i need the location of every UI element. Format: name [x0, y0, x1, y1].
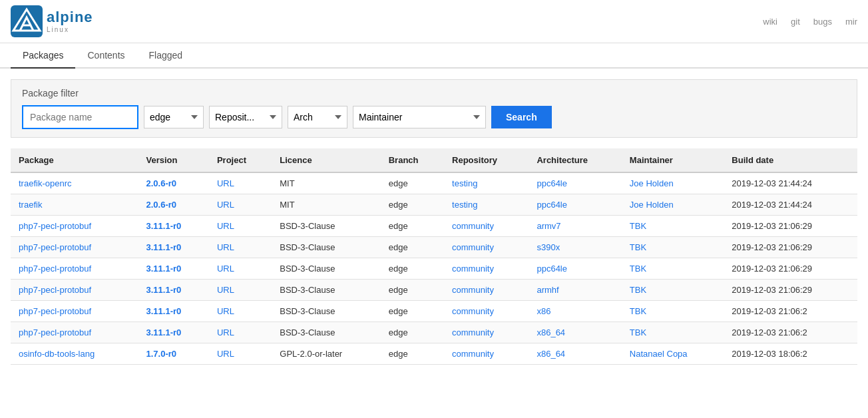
- cell-repository[interactable]: community: [444, 258, 529, 280]
- cell-version: 3.11.1-r0: [138, 258, 209, 280]
- table-row: php7-pecl-protobuf3.11.1-r0URLBSD-3-Clau…: [11, 258, 857, 280]
- search-button[interactable]: Search: [491, 106, 552, 128]
- cell-architecture[interactable]: x86_64: [529, 322, 621, 343]
- cell-project[interactable]: URL: [209, 172, 272, 194]
- branch-select[interactable]: edge v3.15 v3.14 v3.13: [144, 106, 204, 128]
- cell-project[interactable]: URL: [209, 301, 272, 322]
- cell-branch: edge: [381, 258, 444, 280]
- cell-maintainer[interactable]: Joe Holden: [622, 194, 724, 216]
- header: alpine Linux wiki git bugs mir: [0, 0, 868, 43]
- cell-project[interactable]: URL: [209, 322, 272, 343]
- repository-select[interactable]: Reposit... main community testing: [209, 106, 282, 128]
- cell-package[interactable]: php7-pecl-protobuf: [11, 216, 138, 237]
- cell-package[interactable]: traefik: [11, 194, 138, 216]
- nav-git-link[interactable]: git: [791, 17, 800, 27]
- cell-package[interactable]: php7-pecl-protobuf: [11, 322, 138, 343]
- cell-version: 2.0.6-r0: [138, 194, 209, 216]
- cell-project[interactable]: URL: [209, 216, 272, 237]
- top-nav: Packages Contents Flagged: [0, 43, 868, 69]
- cell-maintainer[interactable]: Joe Holden: [622, 172, 724, 194]
- cell-version: 2.0.6-r0: [138, 172, 209, 194]
- cell-licence: MIT: [272, 194, 380, 216]
- cell-build_date: 2019-12-03 21:44:24: [724, 172, 857, 194]
- cell-repository[interactable]: community: [444, 301, 529, 322]
- cell-repository[interactable]: testing: [444, 194, 529, 216]
- cell-repository[interactable]: community: [444, 216, 529, 237]
- cell-package[interactable]: php7-pecl-protobuf: [11, 280, 138, 301]
- col-architecture: Architecture: [529, 148, 621, 172]
- cell-architecture[interactable]: armhf: [529, 280, 621, 301]
- cell-project[interactable]: URL: [209, 343, 272, 365]
- cell-package[interactable]: php7-pecl-protobuf: [11, 301, 138, 322]
- cell-project[interactable]: URL: [209, 280, 272, 301]
- cell-maintainer[interactable]: TBK: [622, 322, 724, 343]
- table-row: php7-pecl-protobuf3.11.1-r0URLBSD-3-Clau…: [11, 280, 857, 301]
- cell-architecture[interactable]: x86: [529, 301, 621, 322]
- cell-package[interactable]: php7-pecl-protobuf: [11, 237, 138, 258]
- cell-architecture[interactable]: s390x: [529, 237, 621, 258]
- filter-row: edge v3.15 v3.14 v3.13 Reposit... main c…: [22, 105, 846, 129]
- filter-section: Package filter edge v3.15 v3.14 v3.13 Re…: [11, 79, 857, 138]
- cell-maintainer[interactable]: TBK: [622, 280, 724, 301]
- cell-version: 3.11.1-r0: [138, 301, 209, 322]
- cell-build_date: 2019-12-03 18:06:2: [724, 343, 857, 365]
- logo-area: alpine Linux: [11, 5, 93, 37]
- cell-architecture[interactable]: ppc64le: [529, 258, 621, 280]
- table-row: php7-pecl-protobuf3.11.1-r0URLBSD-3-Clau…: [11, 216, 857, 237]
- cell-package[interactable]: traefik-openrc: [11, 172, 138, 194]
- cell-version: 3.11.1-r0: [138, 322, 209, 343]
- cell-repository[interactable]: community: [444, 280, 529, 301]
- cell-version: 3.11.1-r0: [138, 237, 209, 258]
- cell-maintainer[interactable]: TBK: [622, 301, 724, 322]
- cell-build_date: 2019-12-03 21:06:2: [724, 322, 857, 343]
- nav-contents[interactable]: Contents: [75, 43, 136, 69]
- cell-repository[interactable]: community: [444, 322, 529, 343]
- nav-wiki-link[interactable]: wiki: [763, 17, 777, 27]
- cell-build_date: 2019-12-03 21:06:29: [724, 237, 857, 258]
- col-package: Package: [11, 148, 138, 172]
- col-maintainer: Maintainer: [622, 148, 724, 172]
- cell-package[interactable]: php7-pecl-protobuf: [11, 258, 138, 280]
- cell-build_date: 2019-12-03 21:06:2: [724, 301, 857, 322]
- cell-maintainer[interactable]: TBK: [622, 258, 724, 280]
- cell-version: 1.7.0-r0: [138, 343, 209, 365]
- cell-licence: BSD-3-Clause: [272, 280, 380, 301]
- table-row: php7-pecl-protobuf3.11.1-r0URLBSD-3-Clau…: [11, 237, 857, 258]
- cell-architecture[interactable]: armv7: [529, 216, 621, 237]
- col-repository: Repository: [444, 148, 529, 172]
- cell-licence: MIT: [272, 172, 380, 194]
- package-name-input[interactable]: [22, 105, 138, 129]
- cell-repository[interactable]: community: [444, 343, 529, 365]
- nav-bugs-link[interactable]: bugs: [813, 17, 832, 27]
- cell-repository[interactable]: community: [444, 237, 529, 258]
- logo-text: alpine Linux: [47, 9, 93, 33]
- cell-project[interactable]: URL: [209, 258, 272, 280]
- nav-packages[interactable]: Packages: [11, 43, 75, 69]
- cell-maintainer[interactable]: TBK: [622, 237, 724, 258]
- cell-architecture[interactable]: x86_64: [529, 343, 621, 365]
- cell-maintainer[interactable]: Natanael Copa: [622, 343, 724, 365]
- cell-branch: edge: [381, 343, 444, 365]
- arch-select[interactable]: Arch x86 x86_64 armhf armv7 aarch64 ppc6…: [288, 106, 347, 128]
- nav-flagged[interactable]: Flagged: [137, 43, 195, 69]
- table-row: php7-pecl-protobuf3.11.1-r0URLBSD-3-Clau…: [11, 301, 857, 322]
- maintainer-select[interactable]: Maintainer: [353, 106, 486, 128]
- cell-licence: BSD-3-Clause: [272, 301, 380, 322]
- col-build-date: Build date: [724, 148, 857, 172]
- cell-package[interactable]: osinfo-db-tools-lang: [11, 343, 138, 365]
- cell-branch: edge: [381, 172, 444, 194]
- packages-table-container: Package Version Project Licence Branch R…: [11, 148, 857, 365]
- table-row: traefik-openrc2.0.6-r0URLMITedgetestingp…: [11, 172, 857, 194]
- cell-build_date: 2019-12-03 21:06:29: [724, 280, 857, 301]
- cell-architecture[interactable]: ppc64le: [529, 194, 621, 216]
- col-licence: Licence: [272, 148, 380, 172]
- cell-build_date: 2019-12-03 21:06:29: [724, 258, 857, 280]
- cell-build_date: 2019-12-03 21:44:24: [724, 194, 857, 216]
- cell-architecture[interactable]: ppc64le: [529, 172, 621, 194]
- cell-repository[interactable]: testing: [444, 172, 529, 194]
- nav-mir-link[interactable]: mir: [845, 17, 857, 27]
- cell-project[interactable]: URL: [209, 237, 272, 258]
- cell-maintainer[interactable]: TBK: [622, 216, 724, 237]
- cell-project[interactable]: URL: [209, 194, 272, 216]
- cell-licence: BSD-3-Clause: [272, 258, 380, 280]
